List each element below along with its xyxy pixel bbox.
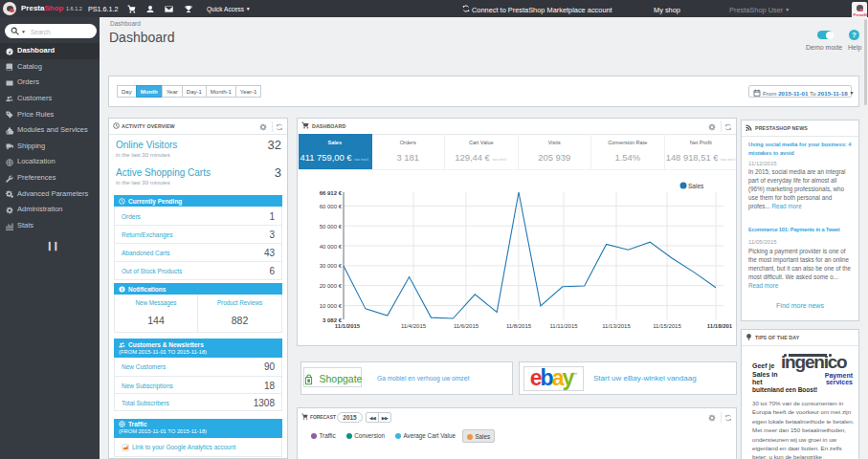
svg-text:3 082 €: 3 082 € bbox=[323, 317, 343, 323]
svg-text:11/8/2015: 11/8/2015 bbox=[506, 323, 532, 329]
svg-text:40 000 €: 40 000 € bbox=[320, 244, 343, 250]
svg-text:60 000 €: 60 000 € bbox=[320, 204, 343, 209]
svg-text:20 000 €: 20 000 € bbox=[320, 283, 343, 289]
svg-text:11/4/2015: 11/4/2015 bbox=[401, 323, 427, 329]
svg-text:10 000 €: 10 000 € bbox=[320, 303, 343, 309]
svg-text:30 000 €: 30 000 € bbox=[320, 263, 343, 269]
svg-text:66 912 €: 66 912 € bbox=[320, 190, 343, 196]
svg-text:11/6/2015: 11/6/2015 bbox=[454, 323, 479, 329]
svg-text:11/18/201: 11/18/201 bbox=[707, 323, 733, 329]
svg-text:11/11/2015: 11/11/2015 bbox=[549, 323, 578, 329]
svg-text:11/13/2015: 11/13/2015 bbox=[602, 323, 631, 329]
svg-text:11/15/2015: 11/15/2015 bbox=[653, 323, 681, 329]
svg-text:50 000 €: 50 000 € bbox=[320, 224, 343, 230]
svg-text:11/1/2015: 11/1/2015 bbox=[335, 323, 361, 329]
svg-text:Sales: Sales bbox=[688, 183, 704, 189]
